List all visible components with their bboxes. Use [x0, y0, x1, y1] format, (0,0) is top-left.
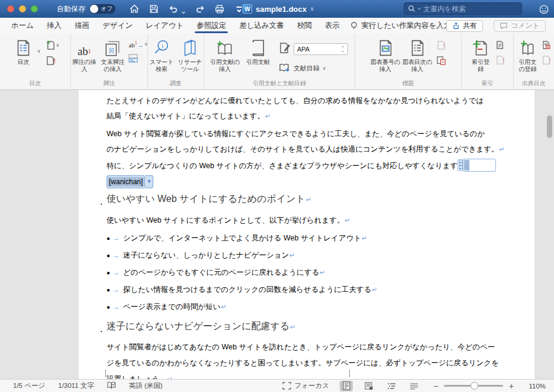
show-notes-button[interactable] [128, 54, 147, 63]
tab-review[interactable]: 校閲 [295, 18, 314, 34]
bullet-icon: ● [107, 235, 110, 242]
table-border-mark [105, 369, 106, 377]
char-count[interactable]: 1/3011 文字 [58, 381, 94, 390]
insert-citation-button[interactable]: 引用文献の挿入 [211, 37, 239, 79]
zoom-slider[interactable] [444, 385, 503, 387]
save-icon[interactable] [148, 4, 159, 15]
footnote-icon: ab1 [78, 37, 91, 57]
paragraph-line[interactable]: のナビゲーションをしっかりしておけば、そのサイトを見ている人は快適にコンテンツを… [107, 142, 517, 157]
tab-view[interactable]: 表示 [323, 18, 342, 34]
vertical-scrollbar-thumb[interactable] [547, 115, 552, 138]
bibliography-button[interactable]: 文献目録 ∨ [279, 63, 326, 73]
undo-dropdown-chevron-icon[interactable] [181, 7, 186, 11]
mark-index-entry-button[interactable]: 索引登録 [469, 37, 492, 79]
paragraph-line[interactable]: 結局「使えないサイト」になってしまいます。↵ [107, 108, 517, 124]
citation-style-icon [279, 42, 291, 56]
citation-drag-handle[interactable] [458, 159, 463, 171]
add-text-button[interactable]: ∨ [46, 40, 60, 50]
research-tools-button[interactable]: リサーチツール [176, 37, 204, 79]
bullet-item[interactable]: ●→シンプルで、インターネット上でよく見かける Web サイトレイアウト↵ [107, 230, 517, 247]
window-controls [7, 5, 38, 12]
home-icon[interactable] [128, 4, 140, 15]
autosave-toggle-knob [90, 5, 98, 13]
citation-field[interactable]: [wanichan] [107, 175, 145, 188]
minimize-window-button[interactable] [19, 5, 26, 12]
zoom-out-button[interactable]: − [432, 381, 439, 391]
paragraph-line[interactable]: サイト閲覧者がはじめてあなたの Web サイトを訪れたとき、トップページに戻るリ… [107, 339, 517, 355]
bullet-item[interactable]: ●→ページ表示までの時間が短い↵ [107, 298, 517, 316]
tab-insert[interactable]: 挿入 [45, 18, 63, 34]
update-index-button-disabled: ! [495, 55, 505, 65]
paragraph-line[interactable]: 設置しましょう。↵ [107, 371, 517, 379]
bullet-item[interactable]: ●→探したい情報を見つけるまでのクリックの回数を減らせるように工夫する↵ [107, 281, 517, 298]
close-window-button[interactable] [7, 5, 14, 12]
update-toc-button[interactable]: ! [46, 56, 60, 66]
ribbon-group-research: i スマート検索 リサーチツール 調査 [148, 34, 204, 89]
document-title[interactable]: W sample1.docx ∨ [243, 0, 314, 18]
heading-2[interactable]: ▪迷子にならないナビゲーションに配慮する↵ [107, 319, 517, 334]
next-footnote-button[interactable]: ab1→ ∨ [128, 40, 147, 49]
heading-1[interactable]: ▪使いやすい Web サイトにするためのポイント↵ [107, 191, 517, 207]
tab-layout[interactable]: レイアウト [144, 18, 185, 34]
citation-button[interactable]: 引用文献 [244, 37, 272, 79]
focus-label: フォーカス [294, 381, 329, 390]
focus-button[interactable]: フォーカス [282, 381, 329, 390]
paragraph-line[interactable]: Web サイト閲覧者が探している情報にすぐにアクセスできるように工夫し、また、今… [107, 126, 517, 142]
toc-chevron-icon[interactable]: ∨ [37, 49, 41, 79]
bullet-item[interactable]: ●→迷子にならない、しっかりとしたナビゲーション↵ [107, 247, 517, 264]
insert-footnote-button[interactable]: ab1 脚注の挿入 [70, 37, 98, 79]
insert-table-of-figures-button[interactable]: 図表目次の挿入 [402, 37, 433, 79]
document-title-chevron-icon: ∨ [310, 6, 314, 12]
insert-caption-button[interactable]: 図表番号の挿入 [370, 37, 401, 79]
document-page[interactable]: たとえサイトのデザインがどんなに優れていたとしても、自分の求める情報をなかなか見… [79, 90, 534, 379]
paragraph-line[interactable]: ジを見ているのかわからなくなったりすると困ってしまいます。サブページには、必ずト… [107, 355, 517, 371]
document-search[interactable] [404, 2, 522, 15]
draft-view-button[interactable] [407, 381, 420, 391]
proofing-status-icon[interactable] [107, 381, 116, 390]
feedback-smiley-icon[interactable] [538, 4, 549, 15]
tab-references[interactable]: 参照設定 [195, 18, 228, 34]
paragraph-line[interactable]: 使いやすい Web サイトにするポイントとして、以下が挙げられます。↵ [107, 213, 517, 228]
svg-text:!: ! [549, 57, 550, 64]
insert-endnote-button[interactable]: [i] 文末脚注の挿入 [99, 37, 126, 79]
ribbon-group-citations: 引用文献の挿入 引用文献 APA ⌃⌄ [204, 34, 355, 89]
empty-citation-field[interactable] [463, 159, 496, 172]
autosave-toggle[interactable]: オフ [89, 4, 115, 14]
search-icon [408, 5, 416, 12]
tab-design[interactable]: デザイン [101, 18, 134, 34]
smart-lookup-button[interactable]: i スマート検索 [148, 37, 175, 79]
paragraph-line-with-citation[interactable]: 特に、シンプルなつくりの Web サイトの方が、さまざまなブラウザやシーンにも対… [107, 158, 517, 173]
print-icon[interactable] [214, 4, 225, 15]
print-layout-view-button[interactable] [340, 381, 353, 391]
share-button[interactable]: 共有 [446, 20, 483, 32]
undo-icon[interactable] [168, 4, 179, 15]
tab-draw[interactable]: 描画 [73, 18, 91, 34]
search-input[interactable] [423, 5, 518, 13]
page-count[interactable]: 1/5 ページ [13, 381, 45, 390]
redo-icon[interactable] [194, 4, 205, 15]
comments-button[interactable]: コメント [494, 20, 546, 32]
update-table-of-figures-button-disabled: ! [436, 40, 446, 50]
insert-table-of-authorities-button[interactable] [542, 40, 552, 50]
tab-home[interactable]: ホーム [9, 18, 36, 34]
zoom-level[interactable]: 110% [522, 383, 546, 390]
insert-index-button[interactable] [495, 40, 505, 50]
tab-mailings[interactable]: 差し込み文書 [237, 18, 286, 34]
zoom-in-button[interactable]: + [508, 381, 515, 391]
citation-dropdown-button[interactable]: ▼ [145, 175, 153, 188]
citation-style-select[interactable]: APA ⌃⌄ [294, 43, 348, 55]
outline-view-button[interactable] [385, 381, 398, 391]
insert-caption-icon [378, 37, 394, 57]
pilcrow-mark: ↵ [289, 252, 295, 259]
language-status[interactable]: 英語 (米国) [129, 381, 163, 390]
web-layout-view-button[interactable] [362, 381, 375, 391]
next-footnote-icon: ab1→ [128, 40, 143, 49]
heading-anchor-mark: ▪ [101, 197, 102, 212]
bullet-item[interactable]: ●→どのページからでもすぐに元のページに戻れるようにする↵ [107, 264, 517, 281]
cross-reference-button[interactable] [436, 56, 446, 66]
zoom-window-button[interactable] [31, 5, 38, 12]
paragraph-line[interactable]: たとえサイトのデザインがどんなに優れていたとしても、自分の求める情報をなかなか見… [107, 93, 517, 108]
mark-citation-button[interactable]: 引用文の登録 [517, 37, 539, 79]
toc-button[interactable]: 目次 [11, 37, 36, 79]
zoom-slider-thumb[interactable] [471, 382, 478, 390]
